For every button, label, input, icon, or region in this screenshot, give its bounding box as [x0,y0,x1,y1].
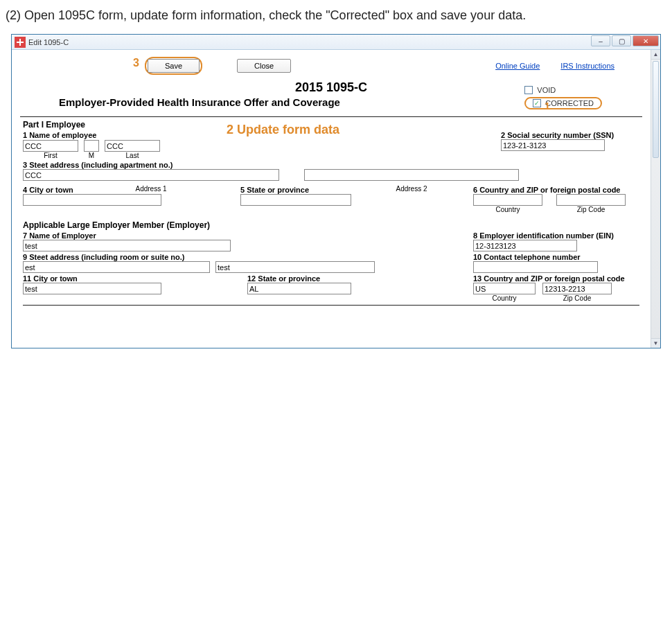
country-sublabel: Country [495,206,520,213]
f2-label: 2 Social security number (SSN) [501,131,639,139]
form-header: 2015 1095-C Employer-Provided Health Ins… [12,80,651,112]
f1-label: 1 Name of employee [23,131,238,139]
f13-label: 13 Country and ZIP or foreign postal cod… [473,274,639,283]
address2-sublabel: Address 2 [396,185,427,193]
f4-label: 4 City or town [23,186,182,194]
annotation-3: 3 [133,57,139,69]
country-input[interactable] [473,194,542,206]
first-name-sublabel: First [44,152,57,159]
scroll-thumb[interactable] [653,61,659,158]
form-part1: 2 Update form data Part I Employee 1 Nam… [12,120,651,310]
corrected-checkbox[interactable] [533,99,541,107]
close-button[interactable]: Close [237,59,291,73]
city-input[interactable] [23,194,161,206]
employer-zip-input[interactable] [542,283,612,294]
employer-name-input[interactable] [23,240,231,251]
irs-instructions-link[interactable]: IRS Instructions [560,62,614,70]
first-name-input[interactable] [23,140,78,152]
void-corrected-box: VOID CORRECTED [524,86,602,112]
bottom-separator [23,305,639,306]
f5-label: 5 State or province [240,186,379,194]
employer-country-input[interactable] [473,283,536,294]
f10-label: 10 Contact telephone number [473,253,639,261]
zip-input[interactable] [556,194,626,206]
middle-sublabel: M [89,152,94,159]
employer-zip-sublabel: Zip Code [563,294,592,302]
void-checkbox[interactable] [524,86,533,94]
window-minimize-button[interactable]: – [591,35,610,46]
save-button[interactable]: Save [148,59,200,73]
employer-state-input[interactable] [247,283,351,294]
app-icon [15,37,26,48]
f8-label: 8 Employer identification number (EIN) [473,231,639,240]
last-name-sublabel: Last [126,152,139,159]
f9-label: 9 Steet address (including room or suite… [23,253,383,261]
separator [20,116,642,117]
window-maximize-button[interactable]: ▢ [612,35,631,46]
content-viewport: 3 Save Close Online Guide IRS Instructio… [12,50,660,348]
telephone-input[interactable] [473,261,598,273]
window-titlebar: Edit 1095-C – ▢ ✕ [12,35,660,50]
employer-addr1-input[interactable] [23,261,210,273]
window-close-button[interactable]: ✕ [633,35,659,46]
scroll-down-button[interactable]: ▼ [651,338,660,348]
zip-sublabel: Zip Code [577,206,605,213]
app-window: Edit 1095-C – ▢ ✕ 3 Save Close Online Gu… [11,34,661,348]
f7-label: 7 Name of Employer [23,231,245,240]
employer-city-input[interactable] [23,283,161,294]
f12-label: 12 State or province [247,274,386,283]
vertical-scrollbar[interactable]: ▲ ▼ [651,50,660,348]
save-button-highlight: Save [145,57,202,75]
corrected-label: CORRECTED [545,99,594,107]
scroll-up-button[interactable]: ▲ [651,50,660,60]
address1-input[interactable] [23,169,279,181]
employer-country-sublabel: Country [492,294,516,302]
annotation-1: 1 [545,100,550,112]
middle-initial-input[interactable] [84,140,99,152]
employer-section-title: Applicable Large Employer Member (Employ… [23,220,639,230]
last-name-input[interactable] [105,140,160,152]
f11-label: 11 City or town [23,274,182,283]
instruction-text: (2) Open 1095C form, update form informa… [0,0,672,27]
toolbar: 3 Save Close Online Guide IRS Instructio… [12,50,651,79]
ssn-input[interactable] [501,139,605,151]
annotation-2: 2 Update form data [227,123,339,137]
f6-label: 6 Country and ZIP or foreign postal code [473,186,639,194]
ein-input[interactable] [473,240,577,251]
corrected-highlight: CORRECTED [524,97,602,109]
employer-addr2-input[interactable] [215,261,375,273]
state-input[interactable] [240,194,351,206]
address2-input[interactable] [304,169,519,181]
online-guide-link[interactable]: Online Guide [495,62,540,70]
void-label: VOID [537,86,556,94]
f3-label: 3 Steet address (including apartment no.… [23,161,639,169]
window-title: Edit 1095-C [28,38,69,46]
